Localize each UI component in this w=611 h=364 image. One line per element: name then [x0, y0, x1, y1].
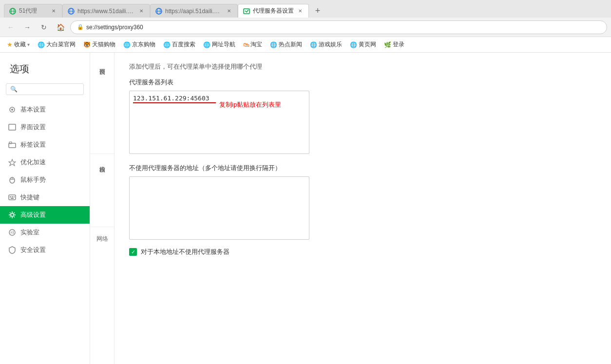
- svg-rect-21: [14, 196, 15, 197]
- sidebar-label-security: 安全设置: [20, 246, 46, 254]
- bookmark-label-1: 大白菜官网: [46, 40, 76, 49]
- svg-point-32: [9, 230, 15, 235]
- section-label-network: 网络: [90, 227, 114, 266]
- bookmark-2[interactable]: 🐯 天猫购物: [80, 39, 118, 50]
- sidebar-label-advanced: 高级设置: [20, 211, 46, 219]
- bookmark-label-3: 京东购物: [132, 40, 155, 49]
- tab-3[interactable]: https://aapi.51daili.com/get... ✕: [150, 4, 238, 18]
- bookmark-label-5: 网址导航: [212, 40, 235, 49]
- sidebar-item-basic[interactable]: 基本设置: [0, 101, 90, 118]
- bookmark-label-0: 收藏: [14, 40, 26, 49]
- search-box: 🔍: [6, 83, 84, 95]
- bookmark-9[interactable]: 🌐 黄页网: [347, 39, 379, 50]
- sidebar-item-advanced[interactable]: 高级设置: [0, 206, 90, 224]
- local-no-proxy-checkbox[interactable]: [129, 248, 137, 256]
- bookmark-10[interactable]: 🌿 登录: [381, 39, 407, 50]
- secure-icon: 🔒: [76, 23, 84, 31]
- tab-4[interactable]: 代理服务器设置 ✕: [238, 4, 309, 18]
- tab-1-close[interactable]: ✕: [50, 8, 57, 15]
- sidebar-item-lab[interactable]: 实验室: [0, 224, 90, 241]
- tab-4-title: 代理服务器设置: [253, 7, 294, 15]
- section-label-col: 网页设 内核设 网络: [90, 53, 115, 364]
- bookmarks-bar: ★ 收藏 ▾ 🌐 大白菜官网 🐯 天猫购物 🌐 京东购物 🌐 百度搜索 🌐 网址…: [0, 37, 611, 53]
- bm-icon-4: 🌐: [163, 41, 171, 48]
- back-button[interactable]: ←: [4, 20, 18, 34]
- bookmark-3[interactable]: 🌐 京东购物: [120, 39, 158, 50]
- sidebar-item-optimize[interactable]: 优化加速: [0, 153, 90, 171]
- main-content: 选项 🔍 基本设置 界面设置: [0, 53, 611, 364]
- bookmark-1[interactable]: 🌐 大白菜官网: [35, 39, 78, 50]
- tab-4-favicon: [243, 8, 250, 15]
- bookmark-label-9: 黄页网: [359, 40, 376, 49]
- bm-icon-2: 🐯: [83, 41, 91, 48]
- local-no-proxy-label: 对于本地地址不使用代理服务器: [141, 248, 229, 256]
- bookmark-label-4: 百度搜索: [172, 40, 195, 49]
- sidebar-item-shortcut[interactable]: 快捷键: [0, 189, 90, 206]
- reload-button[interactable]: ↻: [37, 20, 51, 34]
- bookmark-label-7: 热点新闻: [279, 40, 302, 49]
- tab-1[interactable]: 51代理 ✕: [4, 4, 62, 18]
- tab-4-close[interactable]: ✕: [297, 8, 304, 15]
- bm-icon-1: 🌐: [38, 41, 45, 48]
- search-input[interactable]: [19, 86, 79, 93]
- tab-2-title: https://www.51daili.com/inc...: [77, 8, 135, 15]
- address-text: se://settings/proxy360: [86, 24, 143, 31]
- proxy-list-title: 代理服务器列表: [129, 78, 596, 87]
- proxy-list-textarea[interactable]: [129, 91, 309, 154]
- tab-2-close[interactable]: ✕: [138, 8, 145, 15]
- bookmark-label-10: 登录: [393, 40, 404, 49]
- svg-line-31: [10, 216, 11, 217]
- ui-settings-icon: [8, 123, 17, 132]
- no-proxy-textarea[interactable]: [129, 176, 309, 240]
- tab-1-title: 51代理: [19, 7, 47, 15]
- sidebar-item-ui[interactable]: 界面设置: [0, 118, 90, 136]
- svg-line-30: [14, 212, 15, 213]
- search-icon: 🔍: [10, 86, 18, 93]
- tab-bar: 51代理 ✕ https://www.51daili.com/inc... ✕ …: [0, 0, 611, 18]
- bm-icon-9: 🌐: [350, 41, 357, 48]
- bookmark-5[interactable]: 🌐 网址导航: [200, 39, 238, 50]
- tab-3-close[interactable]: ✕: [226, 8, 232, 15]
- sidebar-label-optimize: 优化加速: [20, 158, 46, 167]
- shortcut-icon: [8, 193, 17, 202]
- settings-content: 添加代理后，可在代理菜单中选择使用哪个代理 代理服务器列表 123.151.61…: [115, 53, 611, 364]
- sidebar-title: 选项: [0, 53, 90, 83]
- section-label-webpage: 网页设: [90, 57, 114, 154]
- bookmark-favorites[interactable]: ★ 收藏 ▾: [4, 39, 33, 50]
- bookmark-6[interactable]: 🛍 淘宝: [240, 39, 265, 50]
- forward-button[interactable]: →: [20, 20, 34, 34]
- svg-line-28: [10, 212, 11, 213]
- tab-2-favicon: [68, 8, 75, 15]
- bookmark-4[interactable]: 🌐 百度搜索: [160, 39, 198, 50]
- sidebar-label-ui: 界面设置: [20, 123, 46, 132]
- tab-3-favicon: [155, 8, 162, 15]
- sidebar-item-security[interactable]: 安全设置: [0, 241, 90, 259]
- svg-rect-9: [244, 9, 249, 14]
- bm-icon-3: 🌐: [123, 41, 131, 48]
- svg-point-23: [11, 213, 14, 216]
- proxy-hint: 添加代理后，可在代理菜单中选择使用哪个代理: [129, 62, 596, 71]
- sidebar-label-tabs: 标签设置: [20, 140, 46, 149]
- sidebar-label-lab: 实验室: [20, 228, 39, 237]
- tabs-settings-icon: [8, 140, 17, 149]
- sidebar-item-tabs[interactable]: 标签设置: [0, 136, 90, 153]
- new-tab-button[interactable]: +: [311, 4, 325, 18]
- bookmark-label-8: 游戏娱乐: [319, 40, 342, 49]
- tab-2[interactable]: https://www.51daili.com/inc... ✕: [62, 4, 150, 18]
- svg-rect-22: [11, 198, 14, 199]
- address-bar: ← → ↻ 🏠 🔒 se://settings/proxy360: [0, 18, 611, 37]
- basic-settings-icon: [8, 105, 17, 114]
- local-no-proxy-row: 对于本地地址不使用代理服务器: [129, 248, 596, 256]
- svg-rect-20: [12, 196, 13, 197]
- bookmark-8[interactable]: 🌐 游戏娱乐: [307, 39, 345, 50]
- proxy-list-container: 123.151.61.229:45603 复制ip黏贴放在列表里: [129, 91, 596, 154]
- home-button[interactable]: 🏠: [54, 20, 67, 34]
- section-label-network-text: 网络: [96, 235, 108, 243]
- address-input[interactable]: 🔒 se://settings/proxy360: [70, 20, 607, 34]
- svg-rect-19: [10, 196, 11, 197]
- svg-line-29: [14, 216, 15, 217]
- sidebar-item-mouse[interactable]: 鼠标手势: [0, 171, 90, 189]
- bm-icon-6: 🛍: [243, 41, 249, 48]
- bookmark-7[interactable]: 🌐 热点新闻: [267, 39, 305, 50]
- optimize-icon: [8, 158, 17, 167]
